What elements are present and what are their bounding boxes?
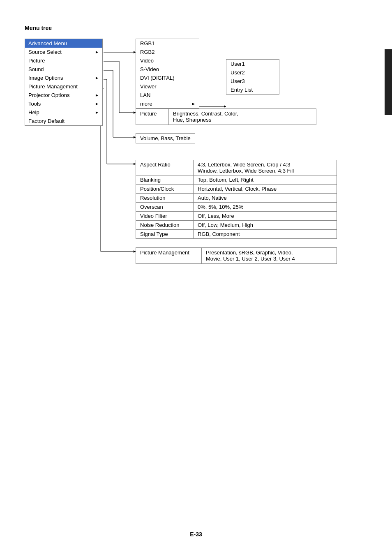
pm-values-line1: Presentation, sRGB, Graphic, Video,: [206, 249, 295, 256]
options-label-overscan: Overscan: [136, 203, 194, 211]
arrow-icon: ►: [95, 76, 99, 80]
options-label-position-clock: Position/Clock: [136, 185, 194, 193]
menu-item-picture[interactable]: Picture: [25, 56, 102, 65]
pm-values-line2: Movie, User 1, User 2, User 3, User 4: [206, 256, 295, 262]
arrow-icon: ►: [95, 50, 99, 54]
sidebar-decoration-bar: [385, 49, 392, 115]
user-item-2: User2: [226, 68, 279, 77]
source-item-rgb2: RGB2: [136, 48, 199, 56]
source-item-lan: LAN: [136, 91, 199, 99]
options-label-signal-type: Signal Type: [136, 230, 194, 238]
options-value-resolution: Auto, Native: [194, 194, 300, 202]
pm-values: Presentation, sRGB, Graphic, Video, Movi…: [202, 248, 299, 263]
options-row-noise-reduction: Noise Reduction Off, Low, Medium, High: [136, 221, 337, 230]
more-arrow-icon: ►: [191, 102, 196, 106]
user-item-1: User1: [226, 60, 279, 68]
options-row-signal-type: Signal Type RGB, Component: [136, 230, 337, 238]
options-label-video-filter: Video Filter: [136, 212, 194, 220]
picture-label: Picture: [136, 109, 169, 125]
menu-item-advanced-menu[interactable]: Advanced Menu: [25, 39, 102, 48]
picture-management-box: Picture Management Presentation, sRGB, G…: [136, 247, 337, 264]
options-row-video-filter: Video Filter Off, Less, More: [136, 212, 337, 221]
options-value-aspect-ratio: 4:3, Letterbox, Wide Screen, Crop / 4:3 …: [194, 160, 300, 175]
picture-values-line1: Brightness, Contrast, Color,: [173, 111, 238, 117]
arrow-icon: ►: [95, 102, 99, 106]
options-row-overscan: Overscan 0%, 5%, 10%, 25%: [136, 203, 337, 212]
menu-item-help[interactable]: Help ►: [25, 108, 102, 117]
options-value-signal-type: RGB, Component: [194, 230, 300, 238]
menu-item-factory-default[interactable]: Factory Default: [25, 117, 102, 125]
menu-item-tools[interactable]: Tools ►: [25, 99, 102, 108]
options-row-resolution: Resolution Auto, Native: [136, 194, 337, 203]
volume-box: Volume, Bass, Treble: [136, 133, 195, 143]
menu-box: Advanced Menu Source Select ► Picture So…: [25, 39, 103, 126]
options-label-aspect-ratio: Aspect Ratio: [136, 160, 194, 175]
volume-label: Volume, Bass, Treble: [140, 135, 191, 141]
options-value-position-clock: Horizontal, Vertical, Clock, Phase: [194, 185, 300, 193]
source-item-rgb1: RGB1: [136, 39, 199, 48]
picture-values-line2: Hue, Sharpness: [173, 117, 238, 123]
arrow-icon: ►: [95, 93, 99, 97]
page-footer: E-33: [0, 531, 392, 538]
image-options-box: Aspect Ratio 4:3, Letterbox, Wide Screen…: [136, 160, 337, 239]
user-item-3: User3: [226, 77, 279, 85]
menu-item-sound[interactable]: Sound: [25, 65, 102, 74]
options-value-blanking: Top, Bottom, Left, Right: [194, 175, 300, 184]
source-item-viewer: Viewer: [136, 82, 199, 91]
user-item-entry-list: Entry List: [226, 85, 279, 94]
options-row-aspect-ratio: Aspect Ratio 4:3, Letterbox, Wide Screen…: [136, 160, 337, 175]
options-value-video-filter: Off, Less, More: [194, 212, 300, 220]
source-item-dvi: DVI (DIGITAL): [136, 74, 199, 82]
user-box: User1 User2 User3 Entry List: [226, 59, 279, 95]
svg-marker-3: [224, 105, 226, 108]
diagram-wrapper: Advanced Menu Source Select ► Picture So…: [25, 39, 370, 277]
section-title: Menu tree: [25, 25, 367, 31]
pm-label: Picture Management: [136, 248, 202, 263]
options-label-blanking: Blanking: [136, 175, 194, 184]
options-row-blanking: Blanking Top, Bottom, Left, Right: [136, 175, 337, 185]
options-value-overscan: 0%, 5%, 10%, 25%: [194, 203, 300, 211]
source-list: RGB1 RGB2 Video S-Video DVI (DIGITAL) Vi…: [136, 39, 199, 108]
menu-item-image-options[interactable]: Image Options ►: [25, 74, 102, 82]
source-item-more: more ►: [136, 99, 199, 108]
picture-box: Picture Brightness, Contrast, Color, Hue…: [136, 108, 316, 125]
options-label-resolution: Resolution: [136, 194, 194, 202]
menu-item-source-select[interactable]: Source Select ►: [25, 48, 102, 56]
options-label-noise-reduction: Noise Reduction: [136, 221, 194, 229]
options-row-position-clock: Position/Clock Horizontal, Vertical, Clo…: [136, 185, 337, 194]
source-item-video: Video: [136, 56, 199, 65]
menu-item-picture-management[interactable]: Picture Management: [25, 82, 102, 91]
menu-item-projector-options[interactable]: Projector Options ►: [25, 91, 102, 99]
options-value-noise-reduction: Off, Low, Medium, High: [194, 221, 300, 229]
picture-values: Brightness, Contrast, Color, Hue, Sharpn…: [169, 109, 242, 125]
source-item-svideo: S-Video: [136, 65, 199, 74]
arrow-icon: ►: [95, 110, 99, 115]
